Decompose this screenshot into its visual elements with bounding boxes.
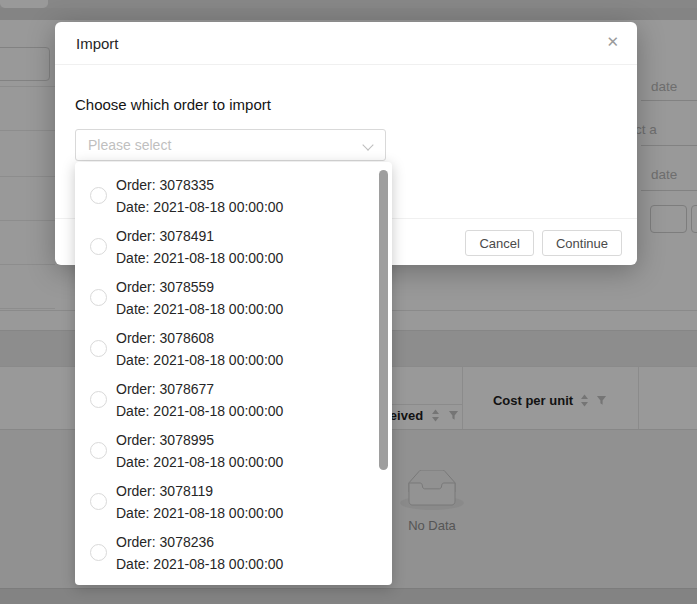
radio-icon[interactable] — [90, 544, 107, 561]
option-order-text: Order: 3078119 — [116, 480, 283, 502]
order-option[interactable]: Order: 3078236 Date: 2021-08-18 00:00:00 — [75, 527, 392, 578]
order-option[interactable]: Order: 3078559 Date: 2021-08-18 00:00:00 — [75, 272, 392, 323]
order-option[interactable]: Order: 3078608 Date: 2021-08-18 00:00:00 — [75, 323, 392, 374]
option-order-text: Order: 3078995 — [116, 429, 283, 451]
chevron-down-icon — [362, 139, 373, 150]
modal-header: Import ✕ — [55, 22, 637, 65]
cancel-button[interactable]: Cancel — [465, 230, 533, 256]
scrollbar-thumb[interactable] — [379, 170, 388, 470]
order-option[interactable]: Order: 3078491 Date: 2021-08-18 00:00:00 — [75, 221, 392, 272]
option-date-text: Date: 2021-08-18 00:00:00 — [116, 502, 283, 524]
radio-icon[interactable] — [90, 340, 107, 357]
order-option[interactable]: Order: 3078677 Date: 2021-08-18 00:00:00 — [75, 374, 392, 425]
radio-icon[interactable] — [90, 187, 107, 204]
select-placeholder: Please select — [88, 137, 171, 153]
option-date-text: Date: 2021-08-18 00:00:00 — [116, 298, 283, 320]
option-date-text: Date: 2021-08-18 00:00:00 — [116, 400, 283, 422]
option-date-text: Date: 2021-08-18 00:00:00 — [116, 247, 283, 269]
order-option[interactable]: Order: 3078335 Date: 2021-08-18 00:00:00 — [75, 170, 392, 221]
continue-button[interactable]: Continue — [542, 230, 622, 256]
option-order-text: Order: 3078335 — [116, 174, 283, 196]
option-order-text: Order: 3078559 — [116, 276, 283, 298]
option-date-text: Date: 2021-08-18 00:00:00 — [116, 451, 283, 473]
order-select-dropdown: Order: 3078335 Date: 2021-08-18 00:00:00… — [75, 162, 392, 585]
radio-icon[interactable] — [90, 238, 107, 255]
import-dialog-screen: date Select a date Received Cost per uni… — [0, 0, 697, 604]
order-option-list: Order: 3078335 Date: 2021-08-18 00:00:00… — [75, 162, 392, 578]
choose-order-label: Choose which order to import — [75, 96, 271, 113]
option-order-text: Order: 3078608 — [116, 327, 283, 349]
option-order-text: Order: 3078677 — [116, 378, 283, 400]
modal-footer: Cancel Continue — [465, 230, 622, 256]
option-date-text: Date: 2021-08-18 00:00:00 — [116, 349, 283, 371]
order-option[interactable]: Order: 3078119 Date: 2021-08-18 00:00:00 — [75, 476, 392, 527]
option-date-text: Date: 2021-08-18 00:00:00 — [116, 196, 283, 218]
option-order-text: Order: 3078236 — [116, 531, 283, 553]
radio-icon[interactable] — [90, 391, 107, 408]
radio-icon[interactable] — [90, 289, 107, 306]
radio-icon[interactable] — [90, 493, 107, 510]
option-date-text: Date: 2021-08-18 00:00:00 — [116, 553, 283, 575]
radio-icon[interactable] — [90, 442, 107, 459]
close-icon[interactable]: ✕ — [606, 34, 619, 49]
modal-title: Import — [76, 35, 119, 52]
order-select[interactable]: Please select — [75, 129, 386, 161]
option-order-text: Order: 3078491 — [116, 225, 283, 247]
order-option[interactable]: Order: 3078995 Date: 2021-08-18 00:00:00 — [75, 425, 392, 476]
